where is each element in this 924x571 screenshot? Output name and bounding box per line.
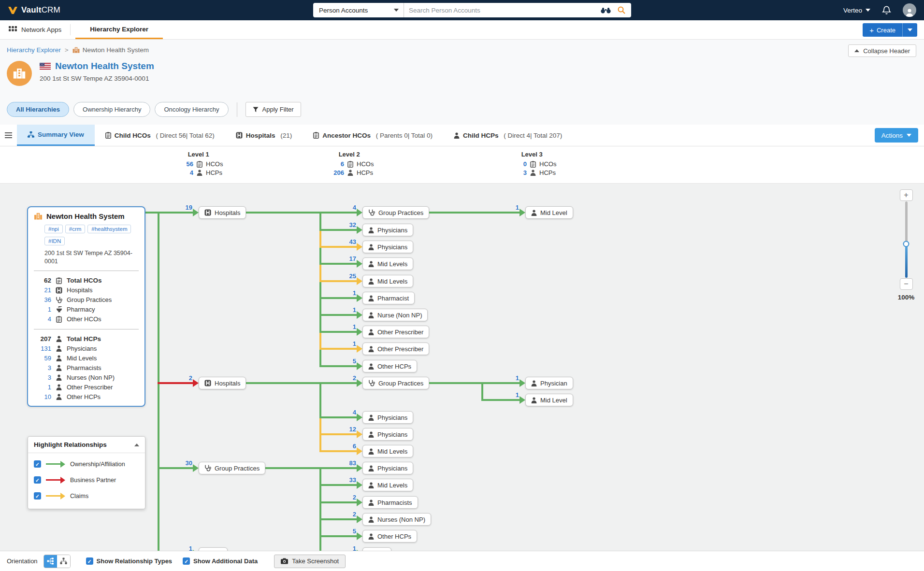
- checkbox-checked[interactable]: ✓: [86, 557, 93, 565]
- zoom-in-button[interactable]: +: [900, 189, 913, 201]
- node-mid-levels[interactable]: Mid Levels: [362, 445, 413, 457]
- checkbox-checked[interactable]: ✓: [183, 557, 190, 565]
- edge-segment: [319, 416, 357, 418]
- collapse-header-button[interactable]: Collapse Header: [848, 44, 916, 57]
- filter-pill-all-hierarchies[interactable]: All Hierarchies: [7, 102, 69, 117]
- divider: [70, 24, 71, 35]
- clipboard-icon: [197, 161, 202, 168]
- edge-arrow: [357, 311, 362, 319]
- tag-crm[interactable]: #crm: [65, 225, 86, 233]
- create-dropdown-caret[interactable]: [903, 23, 917, 37]
- edge-arrow: [357, 515, 362, 523]
- checkbox-checked[interactable]: ✓: [34, 460, 41, 468]
- node-nurses-non-np[interactable]: Nurses (Non NP): [362, 513, 431, 526]
- tab-summary-view[interactable]: Summary View: [17, 125, 95, 146]
- chevron-down-icon: [394, 9, 399, 12]
- tab-hierarchy-explorer[interactable]: Hierarchy Explorer: [75, 20, 163, 39]
- legend-label: Business Partner: [70, 477, 116, 484]
- hospital-icon: [204, 209, 211, 216]
- node-other-hcps[interactable]: Other HCPs: [362, 530, 417, 542]
- tab-child-hcos[interactable]: Child HCOs ( Direct 56| Total 62): [95, 125, 225, 146]
- node-group-practices[interactable]: Group Practices: [362, 377, 429, 389]
- search-icon[interactable]: [618, 6, 625, 14]
- node-label: Physicians: [377, 414, 407, 421]
- network-apps-label: Network Apps: [21, 26, 61, 33]
- edge-arrow: [520, 396, 525, 404]
- edge-arrow: [357, 414, 362, 421]
- node-physicians[interactable]: Physicians: [362, 411, 413, 424]
- node-pharmacist[interactable]: Pharmacist: [362, 292, 415, 304]
- orientation-horizontal-icon[interactable]: [44, 555, 57, 568]
- node-mid-levels[interactable]: Mid Levels: [362, 257, 413, 270]
- node-physicians[interactable]: Physicians: [362, 428, 413, 441]
- node-hospitals[interactable]: Hospitals: [199, 206, 246, 219]
- node-other-hcps[interactable]: Other HCPs: [362, 360, 417, 372]
- take-screenshot-button[interactable]: Take Screenshot: [274, 555, 346, 568]
- actions-button[interactable]: Actions: [875, 128, 918, 143]
- filter-pill-ownership-hierarchy[interactable]: Ownership Hierarchy: [73, 102, 150, 117]
- node-node[interactable]: [362, 547, 391, 551]
- breadcrumb-hierarchy-explorer[interactable]: Hierarchy Explorer: [7, 46, 61, 54]
- node-group-practices[interactable]: Group Practices: [362, 206, 429, 219]
- binoculars-icon[interactable]: [601, 7, 611, 14]
- tab-ancestor-hcos[interactable]: Ancestor HCOs ( Parents 0| Total 0): [303, 125, 443, 146]
- node-label: Pharmacists: [377, 499, 412, 506]
- node-physicians[interactable]: Physicians: [362, 241, 413, 253]
- hierarchy-canvas[interactable]: HospitalsHospitalsGroup PracticesGroup P…: [0, 184, 924, 551]
- tab-child-hcps[interactable]: Child HCPs ( Direct 4| Total 207): [443, 125, 573, 146]
- node-physician[interactable]: Physician: [525, 377, 573, 389]
- edge-count-label: 43: [349, 238, 356, 245]
- node-other-prescriber[interactable]: Other Prescriber: [362, 343, 429, 355]
- root-node-card[interactable]: Newton Health System #npi#crm#healthsyst…: [27, 206, 145, 407]
- person-icon: [368, 312, 374, 318]
- create-button[interactable]: + Create: [863, 23, 917, 37]
- node-mid-level[interactable]: Mid Level: [525, 394, 573, 406]
- stethoscope-icon: [368, 380, 375, 386]
- entity-name[interactable]: Newton Health System: [55, 61, 154, 71]
- edge-count-label: 83: [349, 459, 356, 467]
- node-label: Physician: [540, 380, 567, 387]
- edge-count-label: 12: [349, 426, 356, 433]
- search-input[interactable]: [404, 7, 601, 14]
- notifications-bell-icon[interactable]: [882, 5, 891, 15]
- node-pharmacists[interactable]: Pharmacists: [362, 496, 418, 509]
- zoom-out-button[interactable]: −: [900, 278, 913, 290]
- node-other-prescriber[interactable]: Other Prescriber: [362, 326, 429, 338]
- zoom-slider-handle[interactable]: [903, 241, 910, 247]
- menu-hamburger-icon[interactable]: [0, 125, 17, 146]
- tag-healthsystem[interactable]: #healthsystem: [87, 225, 131, 233]
- checkbox-checked[interactable]: ✓: [34, 476, 41, 484]
- network-apps-button[interactable]: Network Apps: [0, 20, 70, 39]
- node-nurse-non-np[interactable]: Nurse (Non NP): [362, 309, 428, 321]
- stethoscope-icon: [368, 209, 375, 216]
- orientation-vertical-icon[interactable]: [57, 555, 70, 568]
- node-physicians[interactable]: Physicians: [362, 224, 413, 236]
- legend-header[interactable]: Highlight Relationships: [28, 437, 145, 453]
- node-mid-levels[interactable]: Mid Levels: [362, 479, 413, 491]
- person-icon: [368, 448, 374, 455]
- user-avatar[interactable]: [903, 3, 916, 17]
- node-mid-level[interactable]: Mid Level: [525, 206, 573, 219]
- user-menu[interactable]: Verteo: [843, 7, 870, 14]
- edge-arrow: [520, 379, 525, 387]
- node-physicians[interactable]: Physicians: [362, 462, 413, 474]
- level-hcos-count: 0HCOs: [507, 160, 556, 168]
- node-node[interactable]: [199, 547, 228, 551]
- zoom-slider-track[interactable]: [905, 201, 908, 278]
- apply-filter-button[interactable]: Apply Filter: [245, 102, 301, 117]
- node-hospitals[interactable]: Hospitals: [199, 377, 246, 389]
- tag-idn[interactable]: #IDN: [44, 237, 65, 245]
- edge-count-label: 30: [186, 459, 192, 467]
- filter-pill-oncology-hierarchy[interactable]: Oncology Hierarchy: [155, 102, 228, 117]
- person-icon: [55, 336, 63, 342]
- edge-count-label: 25: [349, 272, 356, 280]
- node-mid-levels[interactable]: Mid Levels: [362, 275, 413, 287]
- node-group-practices[interactable]: Group Practices: [199, 462, 265, 474]
- bottom-toolbar: Orientation ✓ Show Relationship Types ✓ …: [0, 551, 924, 571]
- tag-npi[interactable]: #npi: [44, 225, 63, 233]
- checkbox-checked[interactable]: ✓: [34, 492, 41, 500]
- tab-hospitals[interactable]: Hospitals (21): [225, 125, 303, 146]
- show-relationship-types-label: Show Relationship Types: [97, 557, 173, 565]
- edge-segment: [319, 433, 357, 435]
- search-scope-select[interactable]: Person Accounts: [313, 3, 404, 17]
